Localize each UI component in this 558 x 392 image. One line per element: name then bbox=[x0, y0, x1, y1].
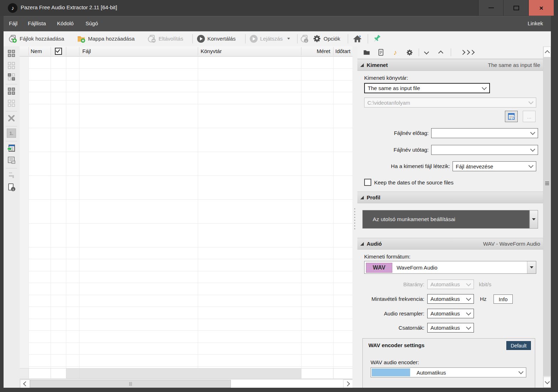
column-divider[interactable] bbox=[79, 47, 79, 56]
pin-button[interactable] bbox=[372, 31, 381, 46]
panel-scroll-down-button[interactable] bbox=[543, 377, 551, 387]
remove-label: Eltávolítás bbox=[159, 36, 183, 42]
format-dropdown-button[interactable] bbox=[527, 261, 536, 273]
scroll-right-button[interactable] bbox=[343, 380, 353, 388]
wav-encoder-value: Automatikus bbox=[417, 370, 446, 376]
maximize-button[interactable] bbox=[503, 0, 529, 16]
media-info-button[interactable]: i bbox=[300, 31, 309, 46]
thumb-grip-icon bbox=[129, 382, 130, 386]
panel-splitter[interactable] bbox=[352, 46, 357, 388]
output-dir-select[interactable]: The same as input file bbox=[364, 83, 490, 93]
output-format-select[interactable]: WAV WaveForm Audio bbox=[364, 261, 536, 274]
remove-selected-button[interactable] bbox=[6, 113, 17, 123]
filename-prefix-combobox[interactable] bbox=[431, 128, 538, 138]
horizontal-scroll-thumb[interactable] bbox=[30, 380, 231, 388]
summary-cell bbox=[334, 369, 352, 378]
panel-folder-button[interactable] bbox=[362, 48, 371, 57]
column-divider[interactable] bbox=[66, 47, 66, 56]
header-meret[interactable]: Méret bbox=[301, 48, 330, 54]
collapse-all-button[interactable] bbox=[422, 48, 431, 57]
convert-button[interactable]: Konvertálás bbox=[197, 31, 236, 46]
play-dropdown-caret-icon[interactable] bbox=[287, 38, 290, 40]
import-list-button[interactable] bbox=[6, 143, 17, 153]
play-button[interactable]: Lejátszás bbox=[250, 31, 290, 46]
keep-dates-label: Keep the dates of the source files bbox=[374, 179, 454, 185]
section-title: Kimenet bbox=[367, 62, 388, 68]
more-panels-button[interactable] bbox=[458, 48, 478, 57]
toolbar-separator bbox=[368, 34, 368, 43]
expand-all-button[interactable] bbox=[436, 48, 445, 57]
options-label: Opciók bbox=[324, 36, 340, 42]
samplerate-select[interactable]: Automatikus bbox=[427, 294, 474, 304]
section-header-audio[interactable]: Audió WAV - WaveForm Audio bbox=[357, 238, 543, 250]
menu-item-linkek[interactable]: Linkek bbox=[528, 20, 543, 26]
header-fajl[interactable]: Fájl bbox=[82, 48, 91, 54]
scroll-left-button[interactable] bbox=[20, 380, 30, 388]
edit-dir-list-button[interactable] bbox=[505, 111, 518, 122]
renumber-button[interactable]: 1. bbox=[6, 128, 17, 138]
close-button[interactable]: × bbox=[528, 0, 554, 16]
file-info-button[interactable]: i bbox=[6, 182, 17, 192]
header-nem[interactable]: Nem bbox=[31, 48, 42, 54]
play-label: Lejátszás bbox=[260, 36, 283, 42]
panel-audio-button[interactable]: ♪ bbox=[391, 48, 399, 57]
header-check-all-checkbox[interactable] bbox=[55, 48, 62, 55]
section-header-profil[interactable]: Profil bbox=[357, 192, 543, 203]
table-body-empty[interactable] bbox=[20, 57, 352, 368]
keep-dates-row[interactable]: Keep the dates of the source files bbox=[364, 179, 454, 186]
clip-button[interactable] bbox=[6, 170, 17, 180]
check-all-button[interactable] bbox=[6, 48, 17, 58]
custom-dir-combobox[interactable]: C:\videotanfolyam bbox=[364, 98, 536, 108]
chevron-down-icon bbox=[466, 310, 471, 315]
bitrate-select[interactable]: Automatikus bbox=[427, 279, 474, 289]
samplerate-info-button[interactable]: Info bbox=[494, 294, 513, 304]
menu-item-fajl[interactable]: Fájl bbox=[9, 20, 17, 26]
resampler-select[interactable]: Automatikus bbox=[427, 309, 474, 318]
encoder-default-button[interactable]: Default bbox=[506, 341, 531, 350]
panel-scroll-thumb[interactable] bbox=[543, 57, 551, 376]
menu-item-fajllista[interactable]: Fájllista bbox=[28, 20, 46, 26]
home-button[interactable] bbox=[353, 31, 362, 46]
add-files-button[interactable]: Fájlok hozzáadása bbox=[9, 31, 64, 46]
column-divider[interactable] bbox=[198, 47, 198, 56]
channels-select[interactable]: Automatikus bbox=[427, 323, 474, 333]
wav-encoder-select[interactable]: Automatikus bbox=[371, 367, 526, 377]
panel-settings-button[interactable] bbox=[405, 48, 414, 57]
menu-item-sugo[interactable]: Súgó bbox=[86, 20, 98, 26]
uncheck-all-button[interactable] bbox=[6, 61, 17, 70]
if-exists-select[interactable]: Fájl átnevezése bbox=[453, 161, 536, 171]
options-button[interactable]: Opciók bbox=[313, 31, 340, 46]
column-divider[interactable] bbox=[29, 47, 29, 56]
panel-toolbar-separator bbox=[419, 48, 419, 56]
header-idotartam[interactable]: Időtart bbox=[335, 48, 352, 54]
convert-label: Konvertálás bbox=[207, 36, 236, 42]
bitrate-value: Automatikus bbox=[430, 281, 460, 287]
remove-button[interactable]: Eltávolítás bbox=[148, 31, 183, 46]
column-divider[interactable] bbox=[333, 47, 334, 56]
invert-check-button[interactable] bbox=[6, 72, 17, 82]
profile-select[interactable]: Az utolsó munkamenet beállításai bbox=[362, 210, 529, 229]
column-divider[interactable] bbox=[51, 47, 51, 56]
summary-cell bbox=[20, 369, 29, 378]
chevron-up-icon bbox=[438, 51, 443, 56]
select-all-button[interactable] bbox=[6, 86, 17, 96]
profile-dropdown-button[interactable] bbox=[529, 210, 538, 229]
menu-item-kodolo[interactable]: Kódoló bbox=[57, 20, 74, 26]
horizontal-scrollbar[interactable] bbox=[20, 379, 353, 388]
panel-scrollbar[interactable] bbox=[543, 46, 551, 388]
resampler-value: Automatikus bbox=[430, 310, 460, 317]
header-konyvtar[interactable]: Könyvtár bbox=[201, 48, 222, 54]
panel-scroll-up-button[interactable] bbox=[543, 47, 551, 57]
toolbar-separator bbox=[192, 34, 193, 43]
minimize-button[interactable] bbox=[478, 0, 503, 16]
file-list-button[interactable] bbox=[6, 155, 17, 165]
filename-suffix-combobox[interactable] bbox=[431, 145, 538, 155]
add-folder-button[interactable]: Mappa hozzáadása bbox=[77, 31, 135, 46]
keep-dates-checkbox[interactable] bbox=[364, 179, 371, 186]
browse-dir-button[interactable]: ... bbox=[523, 111, 536, 122]
channels-value: Automatikus bbox=[430, 325, 460, 331]
toolbar-separator bbox=[245, 34, 246, 43]
panel-document-button[interactable] bbox=[377, 48, 385, 57]
section-header-kimenet[interactable]: Kimenet The same as input file bbox=[357, 59, 543, 71]
select-none-button[interactable] bbox=[6, 98, 17, 108]
